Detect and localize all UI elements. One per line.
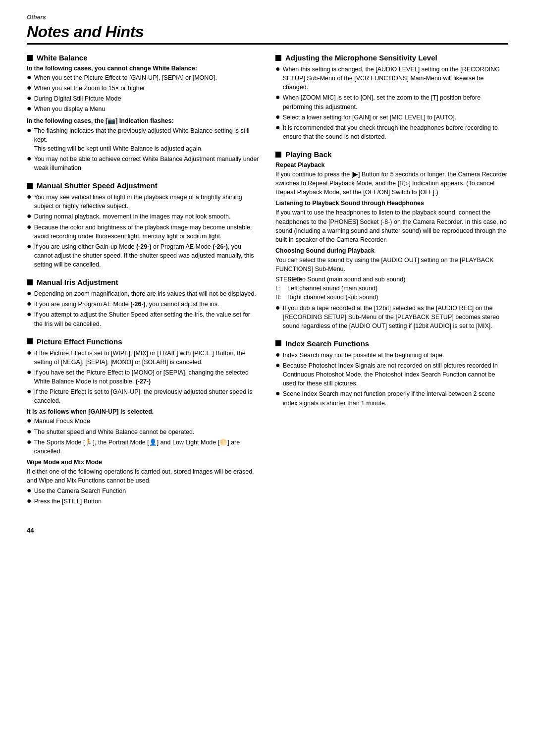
headphones-text: If you want to use the headphones to lis… bbox=[275, 208, 508, 244]
bullet-icon: ● bbox=[27, 348, 32, 357]
square-icon bbox=[275, 340, 281, 346]
list-item: ●If the Picture Effect is set to [WIPE],… bbox=[27, 349, 260, 367]
list-item: ●Scene Index Search may not function pro… bbox=[275, 389, 508, 407]
bullet-icon: ● bbox=[275, 123, 280, 132]
list-item: ●When you display a Menu bbox=[27, 105, 260, 113]
list-item: ●Because the color and brightness of the… bbox=[27, 223, 260, 241]
bullet-icon: ● bbox=[27, 427, 32, 436]
bullet-icon: ● bbox=[27, 126, 32, 135]
list-item: ●If you have set the Picture Effect to [… bbox=[27, 368, 260, 386]
bullet-icon: ● bbox=[275, 389, 280, 398]
list-item: ●You may see vertical lines of light in … bbox=[27, 193, 260, 211]
section-playing-back: Playing Back Repeat Playback If you cont… bbox=[275, 150, 508, 330]
bullet-icon: ● bbox=[27, 242, 32, 251]
list-item: ●Press the [STILL] Button bbox=[27, 497, 260, 506]
list-item: ●When [ZOOM MIC] is set to [ON], set the… bbox=[275, 93, 508, 111]
list-item: ●The Sports Mode [🏃], the Portrait Mode … bbox=[27, 438, 260, 456]
section-title-index-search: Index Search Functions bbox=[275, 339, 508, 348]
square-icon bbox=[275, 152, 281, 158]
list-item: ●Index Search may not be possible at the… bbox=[275, 351, 508, 360]
bullet-icon: ● bbox=[275, 93, 280, 102]
bullet-list-index-search: ●Index Search may not be possible at the… bbox=[275, 351, 508, 408]
bullet-list-wb-1: ●When you set the Picture Effect to [GAI… bbox=[27, 73, 260, 114]
bullet-icon: ● bbox=[27, 94, 32, 103]
bullet-icon: ● bbox=[27, 416, 32, 425]
section-white-balance: White Balance In the following cases, yo… bbox=[27, 54, 260, 172]
square-icon bbox=[275, 55, 281, 61]
bullet-list-shutter: ●You may see vertical lines of light in … bbox=[27, 193, 260, 269]
bullet-list-mic: ●When this setting is changed, the [AUDI… bbox=[275, 65, 508, 141]
bullet-icon: ● bbox=[275, 112, 280, 121]
section-title-picture-effect: Picture Effect Functions bbox=[27, 337, 260, 346]
bullet-list-iris: ●Depending on zoom magnification, there … bbox=[27, 289, 260, 328]
bullet-list-wipe-mix: ●Use the Camera Search Function ●Press t… bbox=[27, 486, 260, 506]
list-item: ●During normal playback, movement in the… bbox=[27, 212, 260, 221]
stereo-label: STEREO: bbox=[275, 275, 287, 284]
list-item: ●The flashing indicates that the previou… bbox=[27, 126, 260, 153]
title-rule bbox=[27, 43, 508, 45]
list-item: ●The shutter speed and White Balance can… bbox=[27, 428, 260, 436]
bullet-icon: ● bbox=[27, 486, 32, 495]
list-item: ●During Digital Still Picture Mode bbox=[27, 94, 260, 103]
sub-heading-choosing-sound: Choosing Sound during Playback bbox=[275, 247, 508, 254]
l-val: Left channel sound (main sound) bbox=[287, 284, 508, 293]
bullet-icon: ● bbox=[27, 437, 32, 446]
list-item: ●If you are using either Gain-up Mode (-… bbox=[27, 242, 260, 269]
left-column: White Balance In the following cases, yo… bbox=[27, 54, 260, 515]
square-icon bbox=[27, 55, 33, 61]
r-label: R: bbox=[275, 293, 287, 302]
sub-heading-wb-2: In the following cases, the [📷] Indicati… bbox=[27, 117, 260, 125]
list-item: ●Manual Focus Mode bbox=[27, 417, 260, 426]
sub-heading-wipe-mix: Wipe Mode and Mix Mode bbox=[27, 459, 260, 466]
page: Others Notes and Hints White Balance In … bbox=[0, 0, 535, 756]
bullet-icon: ● bbox=[27, 83, 32, 92]
list-item: ●If the Picture Effect is set to [GAIN-U… bbox=[27, 387, 260, 405]
list-item: ●Use the Camera Search Function bbox=[27, 486, 260, 495]
wipe-mix-intro: If either one of the following operation… bbox=[27, 467, 260, 485]
bullet-icon: ● bbox=[27, 154, 32, 163]
bullet-list-wb-2: ●The flashing indicates that the previou… bbox=[27, 126, 260, 173]
r-val: Right channel sound (sub sound) bbox=[287, 293, 508, 302]
category-label: Others bbox=[27, 14, 508, 21]
bullet-list-audio-dub: ●If you dub a tape recorded at the [12bi… bbox=[275, 304, 508, 330]
bullet-icon: ● bbox=[275, 361, 280, 370]
square-icon bbox=[27, 279, 33, 285]
list-item: ●When you set the Zoom to 15× or higher bbox=[27, 84, 260, 93]
section-picture-effect: Picture Effect Functions ●If the Picture… bbox=[27, 337, 260, 506]
bullet-list-picture-effect: ●If the Picture Effect is set to [WIPE],… bbox=[27, 349, 260, 406]
bullet-icon: ● bbox=[27, 289, 32, 298]
list-item: ●Select a lower setting for [GAIN] or se… bbox=[275, 113, 508, 122]
bullet-icon: ● bbox=[27, 222, 32, 231]
bullet-icon: ● bbox=[27, 299, 32, 308]
list-item: ●When this setting is changed, the [AUDI… bbox=[275, 65, 508, 92]
bullet-icon: ● bbox=[27, 73, 32, 82]
section-index-search: Index Search Functions ●Index Search may… bbox=[275, 339, 508, 408]
bullet-icon: ● bbox=[27, 368, 32, 377]
page-number: 44 bbox=[27, 527, 508, 534]
l-row: L: Left channel sound (main sound) bbox=[275, 284, 508, 293]
section-manual-iris: Manual Iris Adjustment ●Depending on zoo… bbox=[27, 278, 260, 328]
bullet-icon: ● bbox=[27, 310, 32, 319]
l-label: L: bbox=[275, 284, 287, 293]
r-row: R: Right channel sound (sub sound) bbox=[275, 293, 508, 302]
square-icon bbox=[27, 183, 33, 189]
list-item: ●If you attempt to adjust the Shutter Sp… bbox=[27, 310, 260, 328]
section-title-manual-shutter: Manual Shutter Speed Adjustment bbox=[27, 181, 260, 190]
stereo-row: STEREO: Stereo Sound (main sound and sub… bbox=[275, 275, 508, 284]
list-item: ●You may not be able to achieve correct … bbox=[27, 155, 260, 172]
bullet-list-gain-up: ●Manual Focus Mode ●The shutter speed an… bbox=[27, 417, 260, 456]
sub-heading-repeat: Repeat Playback bbox=[275, 162, 508, 168]
sub-heading-wb-1: In the following cases, you cannot chang… bbox=[27, 65, 260, 72]
sub-heading-gain-up: It is as follows when [GAIN-UP] is selec… bbox=[27, 408, 260, 415]
bullet-icon: ● bbox=[275, 303, 280, 312]
right-column: Adjusting the Microphone Sensitivity Lev… bbox=[275, 54, 508, 515]
list-item: ●Depending on zoom magnification, there … bbox=[27, 289, 260, 298]
section-mic-sensitivity: Adjusting the Microphone Sensitivity Lev… bbox=[275, 54, 508, 141]
bullet-icon: ● bbox=[27, 212, 32, 220]
two-column-layout: White Balance In the following cases, yo… bbox=[27, 54, 508, 515]
list-item: ●If you are using Program AE Mode (-26-)… bbox=[27, 300, 260, 309]
list-item: ●It is recommended that you check throug… bbox=[275, 123, 508, 141]
bullet-icon: ● bbox=[27, 387, 32, 396]
bullet-icon: ● bbox=[27, 104, 32, 113]
section-title-mic: Adjusting the Microphone Sensitivity Lev… bbox=[275, 54, 508, 62]
